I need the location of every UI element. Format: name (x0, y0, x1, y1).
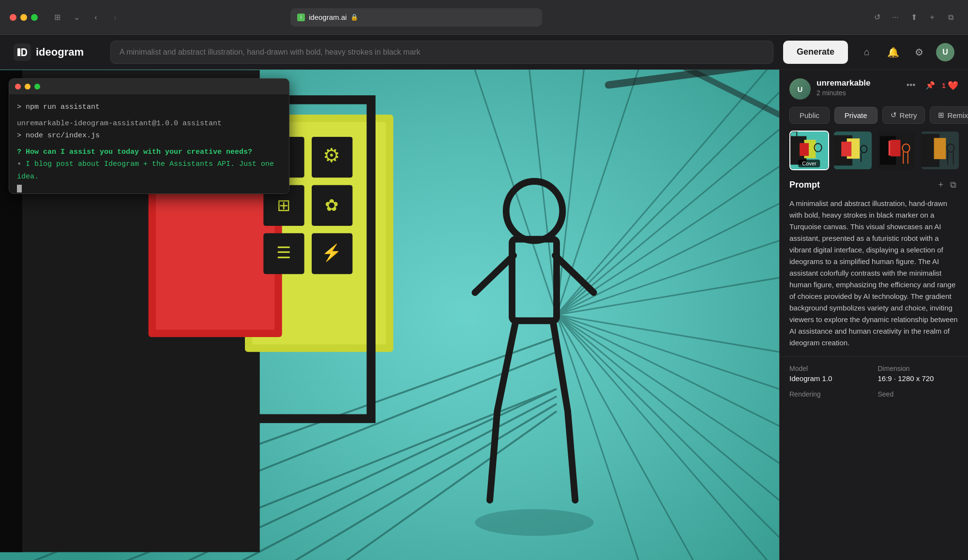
search-input[interactable] (110, 41, 773, 64)
content-area: ☺ ⚙ ⊞ ✿ ☰ ⚡ (0, 70, 968, 560)
terminal-line-3: unremarkable-ideogram-assistant@1.0.0 as… (17, 118, 281, 130)
seed-meta-item: Seed (878, 390, 959, 400)
terminal-maximize-button[interactable] (34, 84, 40, 89)
svg-rect-55 (800, 143, 809, 156)
address-text: ideogram.ai (309, 13, 347, 21)
header-icons: ⌂ 🔔 ⚙ U (858, 43, 954, 61)
add-to-prompt-button[interactable]: + (936, 178, 945, 192)
metadata-section: Model Ideogram 1.0 Dimension 16:9 · 1280… (780, 356, 968, 408)
back-button[interactable]: ‹ (88, 10, 104, 25)
maximize-traffic-light[interactable] (31, 14, 38, 21)
dimension-meta-item: Dimension 16:9 · 1280 x 720 (878, 365, 959, 383)
thumbnail-4[interactable] (920, 131, 960, 170)
new-tab-button[interactable]: + (924, 10, 940, 25)
like-count-number: 1 (942, 81, 946, 89)
rendering-label: Rendering (789, 390, 870, 398)
tab-overview-button[interactable]: ⧉ (943, 10, 958, 25)
more-options-button[interactable]: ••• (904, 78, 919, 92)
private-button[interactable]: Private (834, 107, 877, 124)
logo-area: ideogram (14, 44, 101, 61)
panel-user-avatar: U (789, 78, 811, 100)
close-traffic-light[interactable] (10, 14, 16, 21)
logo-text: ideogram (36, 46, 84, 59)
prompt-actions: + ⧉ (936, 178, 958, 192)
remix-label: Remix (947, 111, 968, 119)
dimension-label: Dimension (878, 365, 959, 372)
terminal-body: > npm run assistant unremarkable-ideogra… (9, 94, 289, 193)
svg-text:⊞: ⊞ (277, 196, 290, 214)
terminal-line-7: ▪ I blog post about Ideogram + the Assis… (17, 158, 281, 183)
prompt-text: A minimalist and abstract illustration, … (789, 198, 958, 349)
app-layout: ideogram Generate ⌂ 🔔 ⚙ U (0, 35, 968, 560)
notifications-button[interactable]: 🔔 (884, 43, 902, 61)
pin-button[interactable]: 📌 (923, 79, 938, 92)
terminal-titlebar (9, 79, 289, 94)
thumbnails-row: Cover (780, 131, 968, 178)
cover-label: Cover (798, 160, 820, 167)
terminal-line-1: > npm run assistant (17, 101, 281, 114)
minimize-traffic-light[interactable] (20, 14, 27, 21)
retry-label: Retry (900, 111, 917, 119)
svg-text:✿: ✿ (325, 196, 338, 214)
prompt-section: Prompt + ⧉ A minimalist and abstract ill… (780, 178, 968, 356)
dimension-value: 16:9 · 1280 x 720 (878, 374, 959, 383)
panel-username: unremarkable (817, 78, 898, 88)
forward-button[interactable]: › (107, 10, 123, 25)
thumbnail-2[interactable] (833, 131, 873, 170)
terminal-line-2 (17, 114, 281, 118)
heart-icon[interactable]: ❤️ (948, 80, 958, 91)
browser-nav-controls: ⊞ ⌄ ‹ › (49, 10, 123, 25)
svg-rect-70 (934, 138, 946, 159)
app-header: ideogram Generate ⌂ 🔔 ⚙ U (0, 35, 968, 70)
terminal-line-4: > node src/index.js (17, 130, 281, 142)
panel-header: U unremarkable 2 minutes ••• 📌 1 ❤️ (780, 70, 968, 106)
remix-button[interactable]: ⊞ Remix (930, 106, 968, 124)
visibility-row: Public Private ↺ Retry ⊞ Remix (780, 106, 968, 131)
main-image-area: ☺ ⚙ ⊞ ✿ ☰ ⚡ (0, 70, 779, 560)
panel-header-actions: ••• 📌 1 ❤️ (904, 78, 958, 92)
remix-icon: ⊞ (938, 111, 944, 119)
lock-icon: 🔒 (350, 14, 358, 21)
terminal-close-button[interactable] (15, 84, 21, 89)
more-button[interactable]: ··· (888, 10, 903, 25)
panel-user-info: unremarkable 2 minutes (817, 78, 898, 97)
svg-text:⚙: ⚙ (323, 145, 340, 166)
generate-button[interactable]: Generate (783, 41, 848, 64)
thumbnail-3[interactable] (877, 131, 916, 170)
retry-icon: ↺ (891, 111, 897, 119)
terminal-window: > npm run assistant unremarkable-ideogra… (9, 78, 289, 194)
tab-group-button[interactable]: ⌄ (69, 10, 84, 25)
svg-text:⚡: ⚡ (321, 243, 342, 263)
user-avatar-button[interactable]: U (936, 43, 954, 61)
browser-chrome: ⊞ ⌄ ‹ › i ideogram.ai 🔒 ↺ ··· ⬆ + ⧉ (0, 0, 968, 35)
public-button[interactable]: Public (789, 107, 830, 124)
metadata-grid: Model Ideogram 1.0 Dimension 16:9 · 1280… (789, 365, 958, 400)
terminal-line-6: ? How can I assist you today with your c… (17, 146, 281, 159)
ideogram-logo-icon (14, 44, 31, 61)
rendering-meta-item: Rendering (789, 390, 870, 400)
retry-button[interactable]: ↺ Retry (882, 106, 925, 124)
svg-text:☰: ☰ (276, 243, 291, 262)
prompt-header: Prompt + ⧉ (789, 178, 958, 192)
svg-rect-66 (889, 141, 891, 155)
terminal-minimize-button[interactable] (25, 84, 30, 89)
settings-button[interactable]: ⚙ (910, 43, 928, 61)
svg-rect-61 (841, 142, 851, 156)
reload-button[interactable]: ↺ (869, 10, 885, 25)
sidebar-toggle-button[interactable]: ⊞ (49, 10, 65, 25)
address-bar[interactable]: i ideogram.ai 🔒 (290, 8, 542, 27)
browser-right-controls: ↺ ··· ⬆ + ⧉ (869, 10, 958, 25)
seed-label: Seed (878, 390, 959, 398)
model-label: Model (789, 365, 870, 372)
model-value: Ideogram 1.0 (789, 374, 870, 383)
thumbnail-1[interactable]: Cover (789, 131, 829, 170)
prompt-title: Prompt (789, 180, 820, 190)
site-favicon: i (297, 14, 305, 21)
panel-time: 2 minutes (817, 89, 898, 97)
terminal-line-5 (17, 142, 281, 146)
copy-prompt-button[interactable]: ⧉ (948, 178, 958, 192)
svg-point-51 (475, 509, 593, 536)
share-button[interactable]: ⬆ (906, 10, 922, 25)
right-panel: U unremarkable 2 minutes ••• 📌 1 ❤️ Publ… (779, 70, 968, 560)
home-button[interactable]: ⌂ (858, 43, 876, 61)
